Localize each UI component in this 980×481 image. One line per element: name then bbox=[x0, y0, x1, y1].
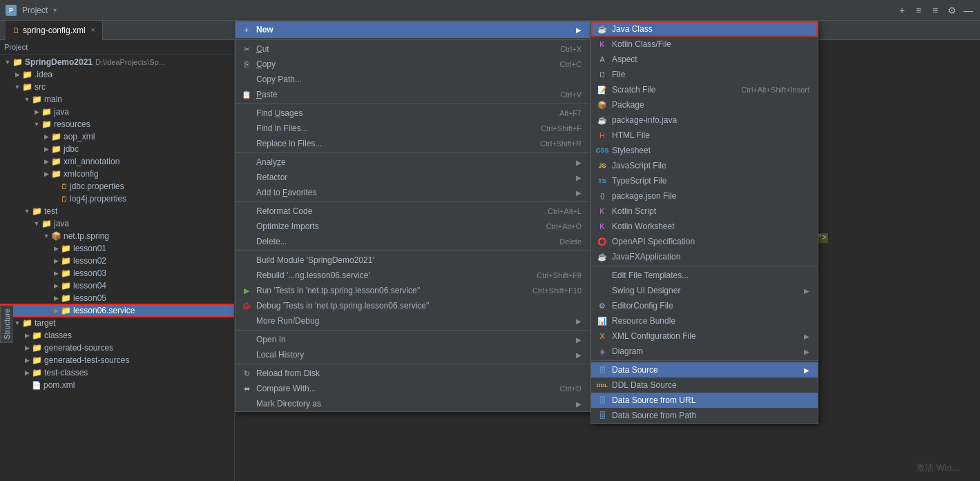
menu-item-package[interactable]: 📦 Package bbox=[591, 97, 818, 112]
menu-item-find-usages[interactable]: Find Usages Alt+F7 bbox=[236, 104, 590, 121]
menu-item-editorconfig[interactable]: ⚙ EditorConfig File bbox=[591, 298, 818, 313]
menu-item-kotlin-script[interactable]: K Kotlin Script bbox=[591, 204, 818, 219]
menu-item-scratch[interactable]: 📝 Scratch File Ctrl+Alt+Shift+Insert bbox=[591, 82, 818, 97]
menu-item-diagram[interactable]: ◈ Diagram ▶ bbox=[591, 344, 818, 359]
tree-pom[interactable]: ▶ 📄 pom.xml bbox=[0, 379, 234, 391]
menu-item-copy-path[interactable]: Copy Path... bbox=[236, 72, 590, 87]
tree-java[interactable]: ▶ 📁 java bbox=[0, 106, 234, 118]
menu-item-resource-bundle[interactable]: 📊 Resource Bundle bbox=[591, 313, 818, 328]
menu-item-kotlin-class[interactable]: K Kotlin Class/File bbox=[591, 37, 818, 52]
menu-item-datasource[interactable]: 🗄 Data Source ▶ bbox=[591, 362, 818, 377]
tree-target[interactable]: ▼ 📁 target bbox=[0, 317, 234, 329]
tree-lesson06[interactable]: ▶ 📁 lesson06.service bbox=[0, 304, 234, 317]
menu-item-debug[interactable]: 🐞 Debug 'Tests in 'net.tp.spring.lesson0… bbox=[236, 298, 590, 313]
menu-item-stylesheet[interactable]: CSS Stylesheet bbox=[591, 143, 818, 158]
tree-resources[interactable]: ▼ 📁 resources bbox=[0, 118, 234, 130]
target-arrow: ▼ bbox=[12, 320, 22, 326]
tree-test-classes[interactable]: ▶ 📁 test-classes bbox=[0, 366, 234, 379]
menu-item-html[interactable]: H HTML File bbox=[591, 128, 818, 143]
menu-item-file[interactable]: 🗋 File bbox=[591, 67, 818, 82]
menu-item-reload[interactable]: ↻ Reload from Disk bbox=[236, 364, 590, 381]
align2-icon[interactable]: ≡ bbox=[929, 4, 941, 17]
menu-item-new[interactable]: + New ▶ bbox=[236, 21, 590, 38]
menu-item-javafx[interactable]: ☕ JavaFXApplication bbox=[591, 249, 818, 264]
menu-item-run[interactable]: ▶ Run 'Tests in 'net.tp.spring.lesson06.… bbox=[236, 283, 590, 298]
menu-item-js[interactable]: JS JavaScript File bbox=[591, 158, 818, 173]
menu-item-delete[interactable]: Delete... Delete bbox=[236, 234, 590, 249]
project-dropdown-arrow[interactable]: ▾ bbox=[53, 6, 57, 14]
add-fav-arrow: ▶ bbox=[576, 189, 582, 197]
menu-item-reformat[interactable]: Reformat Code Ctrl+Alt+L bbox=[236, 202, 590, 219]
project-label[interactable]: Project bbox=[22, 6, 48, 15]
menu-item-edit-templates[interactable]: Edit File Templates... bbox=[591, 268, 818, 283]
title-bar-icons: + ≡ ≡ ⚙ — bbox=[896, 4, 974, 17]
structure-tab[interactable]: Structure bbox=[0, 306, 13, 343]
menu-item-mark-dir[interactable]: Mark Directory as ▶ bbox=[236, 396, 590, 411]
menu-item-cut[interactable]: ✂ Cut Ctrl+X bbox=[236, 39, 590, 57]
tree-lesson05[interactable]: ▶ 📁 lesson05 bbox=[0, 292, 234, 304]
test-java-icon: 📁 bbox=[41, 219, 52, 228]
menu-item-optimize[interactable]: Optimize Imports Ctrl+Alt+O bbox=[236, 219, 590, 234]
tree-lesson01[interactable]: ▶ 📁 lesson01 bbox=[0, 242, 234, 255]
menu-item-more-run[interactable]: More Run/Debug ▶ bbox=[236, 313, 590, 328]
menu-item-xml-config[interactable]: X XML Configuration File ▶ bbox=[591, 328, 818, 344]
tree-log4j-props[interactable]: ▶ 🗒 log4j.properties bbox=[0, 193, 234, 205]
tree-package[interactable]: ▼ 📦 net.tp.spring bbox=[0, 230, 234, 242]
menu-item-openapi[interactable]: ⭕ OpenAPI Specification bbox=[591, 234, 818, 249]
menu-item-aspect[interactable]: A Aspect bbox=[591, 52, 818, 67]
tree-lesson03[interactable]: ▶ 📁 lesson03 bbox=[0, 267, 234, 279]
tree-xmlconfig[interactable]: ▶ 📁 xmlconfig bbox=[0, 168, 234, 180]
menu-item-build[interactable]: Build Module 'SpringDemo2021' bbox=[236, 251, 590, 268]
xmlconfig-arrow: ▶ bbox=[41, 170, 51, 177]
menu-item-swing[interactable]: Swing UI Designer ▶ bbox=[591, 283, 818, 298]
menu-item-copy[interactable]: ⎘ Copy Ctrl+C bbox=[236, 57, 590, 72]
local-hist-label: Local History bbox=[256, 350, 572, 360]
tree-main[interactable]: ▼ 📁 main bbox=[0, 93, 234, 106]
file-label: File bbox=[612, 70, 809, 79]
tree-aop[interactable]: ▶ 📁 aop_xml bbox=[0, 130, 234, 143]
menu-item-package-info[interactable]: ☕ package-info.java bbox=[591, 112, 818, 128]
menu-item-replace[interactable]: Replace in Files... Ctrl+Shift+R bbox=[236, 136, 590, 151]
tree-xml-annotation[interactable]: ▶ 📁 xml_annotation bbox=[0, 155, 234, 168]
menu-item-add-favorites[interactable]: Add to Favorites ▶ bbox=[236, 185, 590, 200]
tree-idea[interactable]: ▶ 📁 .idea bbox=[0, 68, 234, 81]
replace-icon bbox=[241, 138, 252, 149]
tree-test[interactable]: ▼ 📁 test bbox=[0, 205, 234, 217]
menu-item-compare[interactable]: ⬌ Compare With... Ctrl+D bbox=[236, 381, 590, 396]
test-label: test bbox=[44, 206, 57, 216]
menu-item-java-class[interactable]: ☕ Java Class bbox=[591, 21, 818, 37]
tab-close-button[interactable]: × bbox=[91, 26, 95, 34]
add-icon[interactable]: + bbox=[896, 4, 908, 17]
menu-item-datasource-path[interactable]: 🗄 Data Source from Path bbox=[591, 408, 818, 423]
menu-item-json[interactable]: {} package.json File bbox=[591, 188, 818, 204]
target-icon: 📁 bbox=[22, 318, 32, 328]
minimize-icon[interactable]: — bbox=[962, 4, 974, 17]
settings-icon[interactable]: ⚙ bbox=[945, 4, 958, 17]
tree-lesson02[interactable]: ▶ 📁 lesson02 bbox=[0, 255, 234, 267]
tab-spring-config[interactable]: 🗋 spring-config.xml × bbox=[6, 21, 103, 40]
tree-gen-test[interactable]: ▶ 📁 generated-test-sources bbox=[0, 354, 234, 366]
tree-jdbc[interactable]: ▶ 📁 jdbc bbox=[0, 143, 234, 155]
idea-icon: 📁 bbox=[22, 70, 32, 79]
tree-src[interactable]: ▼ 📁 src bbox=[0, 81, 234, 93]
menu-item-find-files[interactable]: Find in Files... Ctrl+Shift+F bbox=[236, 121, 590, 136]
menu-item-datasource-url[interactable]: 🗄 Data Source from URL bbox=[591, 393, 818, 408]
tree-classes[interactable]: ▶ 📁 classes bbox=[0, 329, 234, 342]
menu-item-analyze[interactable]: Analyze ▶ bbox=[236, 153, 590, 170]
menu-item-rebuild[interactable]: Rebuild '...ng.lesson06.service' Ctrl+Sh… bbox=[236, 268, 590, 283]
menu-item-refactor[interactable]: Refactor ▶ bbox=[236, 170, 590, 185]
menu-item-paste[interactable]: 📋 Paste Ctrl+V bbox=[236, 87, 590, 102]
tree-lesson04[interactable]: ▶ 📁 lesson04 bbox=[0, 279, 234, 292]
menu-item-ts[interactable]: TS TypeScript File bbox=[591, 173, 818, 188]
aop-arrow: ▶ bbox=[41, 133, 51, 140]
align-icon[interactable]: ≡ bbox=[912, 4, 925, 17]
menu-item-open-in[interactable]: Open In ▶ bbox=[236, 330, 590, 347]
menu-item-local-history[interactable]: Local History ▶ bbox=[236, 347, 590, 362]
menu-item-kotlin-ws[interactable]: K Kotlin Worksheet bbox=[591, 219, 818, 234]
tree-jdbc-props[interactable]: ▶ 🗒 jdbc.properties bbox=[0, 180, 234, 193]
tree-test-java[interactable]: ▼ 📁 java bbox=[0, 217, 234, 230]
menu-item-ddl[interactable]: DDL DDL Data Source bbox=[591, 377, 818, 393]
tree-gen-sources[interactable]: ▶ 📁 generated-sources bbox=[0, 342, 234, 354]
main-icon: 📁 bbox=[32, 95, 42, 104]
tree-root[interactable]: ▼ 📁 SpringDemo2021 D:\IdeaProjects\Sp... bbox=[0, 56, 234, 68]
